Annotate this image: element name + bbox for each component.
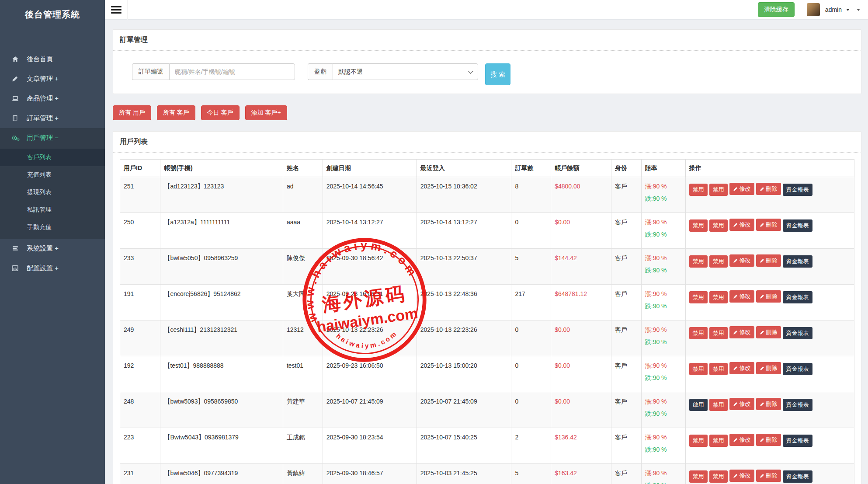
fund-report-button[interactable]: 資金報表	[783, 291, 812, 303]
enable-button[interactable]: 啟用	[689, 399, 708, 411]
app-title: 後台管理系統	[0, 0, 105, 27]
search-input[interactable]	[169, 63, 295, 80]
delete-button[interactable]: 刪除	[756, 183, 781, 195]
cell-created-date: 2025-09-23 16:06:50	[323, 356, 417, 392]
cell-rate: 漲:90 %跌:90 %	[641, 285, 685, 320]
delete-button[interactable]: 刪除	[756, 254, 781, 267]
disable-button[interactable]: 禁用	[689, 363, 708, 375]
cell-created-date: 2025-09-30 18:23:54	[323, 428, 417, 464]
disable-button[interactable]: 禁用	[689, 219, 708, 232]
profit-select[interactable]: 默認不選	[333, 63, 478, 80]
cell-user-id: 231	[120, 464, 160, 484]
ban-button[interactable]: 禁用	[709, 219, 728, 232]
fund-report-button[interactable]: 資金報表	[783, 219, 812, 232]
action-button-2[interactable]: 今日 客戶	[201, 105, 240, 120]
delete-button[interactable]: 刪除	[756, 290, 781, 303]
pencil-icon	[733, 366, 738, 371]
fund-report-button[interactable]: 資金報表	[783, 184, 812, 196]
ban-button[interactable]: 禁用	[709, 470, 728, 483]
avatar[interactable]	[807, 3, 820, 16]
table-row: 192【test01】988888888test012025-09-23 16:…	[120, 356, 854, 392]
sidebar-item-2[interactable]: 產品管理 +	[0, 89, 105, 108]
cell-role: 客戶	[611, 356, 641, 392]
action-button-3[interactable]: 添加 客戶+	[245, 105, 287, 120]
fund-report-button[interactable]: 資金報表	[783, 327, 812, 339]
cell-last-login: 2025-10-13 15:00:20	[417, 356, 511, 392]
disable-button[interactable]: 禁用	[689, 291, 708, 303]
edit-button[interactable]: 修改	[729, 254, 754, 267]
cell-order-count: 8	[511, 177, 551, 213]
delete-button[interactable]: 刪除	[756, 434, 781, 446]
cell-last-login: 2025-10-13 22:50:37	[417, 249, 511, 285]
edit-button[interactable]: 修改	[729, 290, 754, 303]
sidebar-subitem-0[interactable]: 客戶列表	[0, 149, 105, 166]
delete-button[interactable]: 刪除	[756, 362, 781, 374]
sidebar-subitem-4[interactable]: 手動充值	[0, 219, 105, 236]
edit-button[interactable]: 修改	[729, 219, 754, 231]
sidebar-item-5[interactable]: 系統設置 +	[0, 239, 105, 258]
cell-created-date: 2025-09-30 18:46:57	[323, 464, 417, 484]
disable-button[interactable]: 禁用	[689, 435, 708, 447]
cell-rate: 漲:90 %跌:90 %	[641, 249, 685, 285]
edit-button[interactable]: 修改	[729, 470, 754, 482]
disable-button[interactable]: 禁用	[689, 255, 708, 268]
delete-button[interactable]: 刪除	[756, 398, 781, 410]
fund-report-button[interactable]: 資金報表	[783, 399, 812, 411]
username-label[interactable]: admin	[825, 6, 842, 13]
profit-group: 盈虧 默認不選	[308, 63, 478, 80]
sidebar-item-6[interactable]: 配置設置 +	[0, 258, 105, 278]
fund-report-button[interactable]: 資金報表	[783, 255, 812, 268]
edit-button[interactable]: 修改	[729, 183, 754, 195]
table-header-cell: 訂單數	[511, 160, 551, 177]
edit-button[interactable]: 修改	[729, 326, 754, 338]
search-button[interactable]: 搜 索	[485, 63, 510, 85]
delete-button[interactable]: 刪除	[756, 470, 781, 482]
caret-down-icon[interactable]	[857, 9, 860, 11]
edit-button[interactable]: 修改	[729, 434, 754, 446]
delete-button[interactable]: 刪除	[756, 219, 781, 231]
hamburger-menu-icon[interactable]	[105, 0, 128, 20]
sidebar-item-label: 後台首頁	[27, 55, 53, 63]
caret-down-icon[interactable]	[846, 9, 850, 11]
disable-button[interactable]: 禁用	[689, 327, 708, 339]
cell-last-login: 2025-10-07 15:40:25	[417, 428, 511, 464]
fund-report-button[interactable]: 資金報表	[783, 363, 812, 375]
topbar-right: 清除緩存 admin	[758, 2, 868, 17]
ban-button[interactable]: 禁用	[709, 291, 728, 303]
content: 訂單管理 訂單編號 盈虧 默認不選	[105, 20, 868, 484]
cell-created-date: 2025-10-13 22:23:26	[323, 320, 417, 356]
edit-button[interactable]: 修改	[729, 398, 754, 410]
disable-button[interactable]: 禁用	[689, 184, 708, 196]
delete-button[interactable]: 刪除	[756, 326, 781, 338]
sidebar-item-0[interactable]: 後台首頁	[0, 49, 105, 69]
cell-created-date: 2025-09-30 18:56:42	[323, 249, 417, 285]
ban-button[interactable]: 禁用	[709, 184, 728, 196]
ban-button[interactable]: 禁用	[709, 399, 728, 411]
action-button-1[interactable]: 所有 客戶	[157, 105, 195, 120]
disable-button[interactable]: 禁用	[689, 470, 708, 483]
fund-report-button[interactable]: 資金報表	[783, 435, 812, 447]
sidebar-subitem-3[interactable]: 私訊管理	[0, 201, 105, 219]
ban-button[interactable]: 禁用	[709, 255, 728, 268]
table-row: 223【Bwtw5043】0936981379王成銘2025-09-30 18:…	[120, 428, 854, 464]
ban-button[interactable]: 禁用	[709, 435, 728, 447]
cell-role: 客戶	[611, 285, 641, 320]
cell-operations: 禁用禁用修改刪除資金報表	[685, 320, 854, 356]
ban-button[interactable]: 禁用	[709, 363, 728, 375]
clear-cache-button[interactable]: 清除緩存	[758, 2, 795, 17]
sidebar-item-3[interactable]: 訂單管理 +	[0, 108, 105, 128]
fund-report-button[interactable]: 資金報表	[783, 470, 812, 483]
order-management-panel: 訂單管理 訂單編號 盈虧 默認不選	[113, 29, 861, 94]
sidebar-subitem-1[interactable]: 充值列表	[0, 166, 105, 184]
sidebar-item-1[interactable]: 文章管理 +	[0, 69, 105, 89]
sidebar-subitem-2[interactable]: 提現列表	[0, 184, 105, 201]
ban-button[interactable]: 禁用	[709, 327, 728, 339]
action-button-0[interactable]: 所有 用戶	[113, 105, 151, 120]
pencil-icon	[733, 474, 738, 478]
pencil-icon	[733, 187, 738, 192]
sidebar-item-label: 配置設置 +	[27, 264, 59, 272]
edit-button[interactable]: 修改	[729, 362, 754, 374]
table-row: 251【ad123123】123123ad2025-10-14 14:56:45…	[120, 177, 854, 213]
sidebar-item-4[interactable]: 用戶管理 −	[0, 128, 105, 148]
cell-balance: $144.42	[551, 249, 611, 285]
